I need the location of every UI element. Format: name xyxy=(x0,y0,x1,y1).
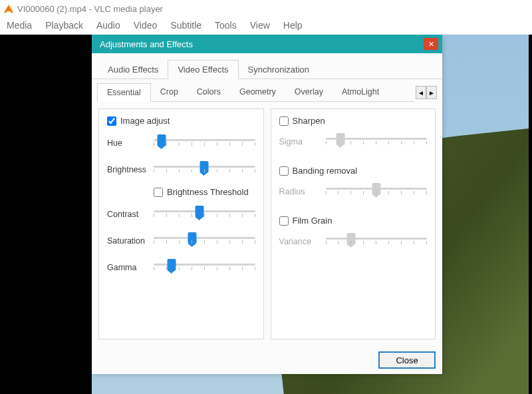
dialog-body: Image adjust Hue Brightness xyxy=(92,102,442,346)
gamma-label: Gamma xyxy=(107,263,148,272)
sharpen-section: Sharpen Sigma xyxy=(279,116,428,151)
banding-section: Banding removal Radius xyxy=(279,166,428,201)
vlc-cone-icon xyxy=(4,5,13,13)
tab-crop[interactable]: Crop xyxy=(151,83,188,101)
saturation-slider[interactable] xyxy=(154,232,255,250)
variance-slider xyxy=(326,232,428,251)
saturation-label: Saturation xyxy=(107,236,148,246)
close-button[interactable]: Close xyxy=(378,351,436,369)
menu-media[interactable]: Media xyxy=(7,20,32,31)
sharpen-checkbox[interactable] xyxy=(279,116,289,126)
panel-right: Sharpen Sigma Banding removal xyxy=(271,108,436,339)
close-icon: ✕ xyxy=(428,40,434,49)
banding-removal-checkbox[interactable] xyxy=(279,166,289,176)
filmgrain-section: Film Grain Variance xyxy=(279,216,428,251)
tab-essential[interactable]: Essential xyxy=(97,83,151,102)
hue-row: Hue xyxy=(107,134,255,152)
menu-video[interactable]: Video xyxy=(134,20,158,31)
hue-label: Hue xyxy=(107,138,148,148)
brightness-threshold-label: Brightness Threshold xyxy=(167,187,249,197)
dialog-header[interactable]: Adjustments and Effects ✕ xyxy=(92,35,442,53)
chevron-left-icon: ◄ xyxy=(418,89,424,97)
panel-image-adjust: Image adjust Hue Brightness xyxy=(98,108,264,339)
tab-audio-effects[interactable]: Audio Effects xyxy=(98,61,168,79)
tab-overlay[interactable]: Overlay xyxy=(285,83,332,101)
banding-removal-label: Banding removal xyxy=(293,166,358,176)
image-adjust-label: Image adjust xyxy=(120,116,170,126)
video-pillarbox-right xyxy=(529,35,532,394)
chevron-right-icon: ► xyxy=(428,89,435,97)
brightness-row: Brightness xyxy=(107,160,255,179)
contrast-row: Contrast xyxy=(107,205,255,224)
window-title: VI000060 (2).mp4 - VLC media player xyxy=(17,4,163,14)
tab-geometry[interactable]: Geometry xyxy=(230,83,285,101)
film-grain-label: Film Grain xyxy=(293,216,332,226)
sigma-label: Sigma xyxy=(279,137,321,146)
brightness-slider[interactable] xyxy=(154,160,255,179)
menu-help[interactable]: Help xyxy=(283,20,303,31)
tabs-sub-wrap: Essential Crop Colors Geometry Overlay A… xyxy=(92,79,442,102)
adjustments-and-effects-dialog: Adjustments and Effects ✕ Audio Effects … xyxy=(92,35,442,374)
contrast-label: Contrast xyxy=(107,210,148,219)
sharpen-label: Sharpen xyxy=(293,116,325,126)
menu-tools[interactable]: Tools xyxy=(215,20,237,31)
tabs-sub: Essential Crop Colors Geometry Overlay A… xyxy=(97,83,414,102)
saturation-row: Saturation xyxy=(107,232,255,250)
radius-label: Radius xyxy=(279,187,321,196)
variance-label: Variance xyxy=(279,237,321,246)
brightness-threshold-checkbox[interactable] xyxy=(154,188,163,197)
tabs-prev-button[interactable]: ◄ xyxy=(416,86,426,99)
menu-playback[interactable]: Playback xyxy=(45,20,83,31)
contrast-slider[interactable] xyxy=(154,205,255,224)
gamma-slider[interactable] xyxy=(154,258,255,277)
menu-subtitle[interactable]: Subtitle xyxy=(170,20,201,31)
gamma-row: Gamma xyxy=(107,258,255,277)
video-pillarbox-left xyxy=(0,35,92,394)
video-canvas: Adjustments and Effects ✕ Audio Effects … xyxy=(0,35,532,394)
image-adjust-checkbox[interactable] xyxy=(107,116,116,126)
tab-video-effects[interactable]: Video Effects xyxy=(168,60,238,79)
brightness-label: Brightness xyxy=(107,165,148,174)
dialog-footer: Close xyxy=(92,346,442,374)
hue-slider[interactable] xyxy=(154,134,255,152)
menubar: Media Playback Audio Video Subtitle Tool… xyxy=(0,17,532,35)
dialog-title: Adjustments and Effects xyxy=(100,39,193,49)
menu-audio[interactable]: Audio xyxy=(96,20,120,31)
tab-synchronization[interactable]: Synchronization xyxy=(239,61,319,79)
dialog-close-button[interactable]: ✕ xyxy=(424,38,438,50)
image-adjust-checkbox-row: Image adjust xyxy=(107,116,255,126)
sigma-slider xyxy=(326,132,428,151)
tabs-top: Audio Effects Video Effects Synchronizat… xyxy=(92,53,442,79)
film-grain-checkbox[interactable] xyxy=(279,216,289,226)
tab-atmolight[interactable]: AtmoLight xyxy=(332,83,388,101)
menu-view[interactable]: View xyxy=(250,20,270,31)
tab-colors[interactable]: Colors xyxy=(188,83,230,101)
brightness-threshold-row: Brightness Threshold xyxy=(154,187,255,197)
tabs-next-button[interactable]: ► xyxy=(426,86,437,99)
window-titlebar: VI000060 (2).mp4 - VLC media player xyxy=(0,0,532,17)
radius-slider xyxy=(326,182,428,201)
tabs-sub-nav: ◄ ► xyxy=(416,86,437,99)
